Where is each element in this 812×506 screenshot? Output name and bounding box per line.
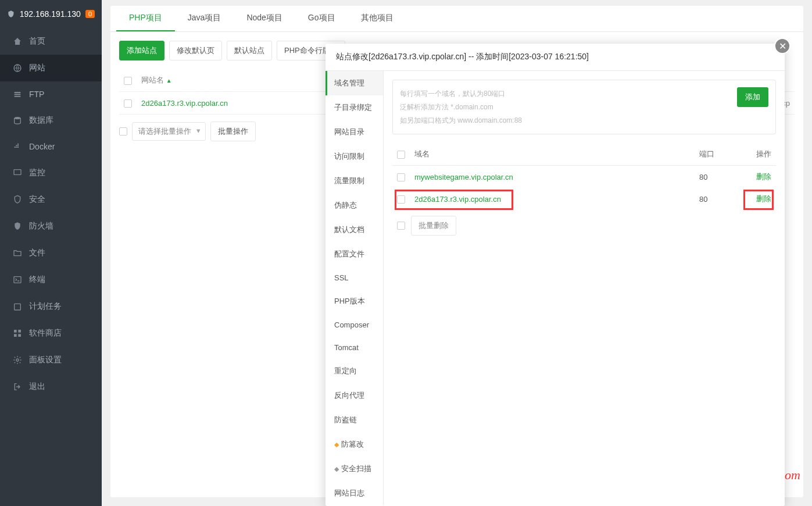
row-checkbox[interactable]	[124, 99, 132, 108]
sidebar: 192.168.191.130 0 首页网站FTP数据库Docker监控安全防火…	[0, 0, 102, 506]
terminal-icon	[13, 275, 22, 284]
modal-nav-SSL[interactable]: SSL	[325, 266, 383, 289]
server-ip: 192.168.191.130	[20, 9, 81, 19]
sidebar-item-apps[interactable]: 软件商店	[0, 320, 102, 347]
modal-nav-流量限制[interactable]: 流量限制	[325, 169, 383, 193]
tab-Node项目[interactable]: Node项目	[234, 6, 295, 31]
modal-nav-防篡改[interactable]: ◆防篡改	[325, 432, 383, 457]
sidebar-item-logout[interactable]: 退出	[0, 373, 102, 400]
modal-nav-网站日志[interactable]: 网站日志	[325, 481, 383, 505]
monitor-icon	[13, 168, 22, 177]
domain-input-hints: 每行填写一个域名，默认为80端口 泛解析添加方法 *.domain.com 如另…	[400, 87, 522, 127]
site-name-link[interactable]: 2d26a173.r3.vip.cpolar.cn	[141, 99, 228, 108]
modal-nav-防盗链[interactable]: 防盗链	[325, 408, 383, 432]
svg-rect-6	[18, 330, 21, 333]
sort-asc-icon: ▲	[166, 77, 172, 84]
sidebar-item-label: 监控	[29, 168, 45, 178]
domain-input-box: 每行填写一个域名，默认为80端口 泛解析添加方法 *.domain.com 如另…	[392, 80, 776, 134]
sidebar-item-shield[interactable]: 安全	[0, 186, 102, 213]
project-tabs: PHP项目Java项目Node项目Go项目其他项目	[110, 6, 803, 32]
settings-icon	[13, 355, 22, 365]
modal-nav-子目录绑定[interactable]: 子目录绑定	[325, 95, 383, 120]
apps-icon	[13, 329, 22, 338]
batch-delete-checkbox[interactable]	[397, 222, 405, 230]
modal-nav-重定向[interactable]: 重定向	[325, 359, 383, 383]
schedule-icon	[13, 302, 22, 311]
default-site-button[interactable]: 默认站点	[227, 41, 272, 60]
modal-nav-安全扫描[interactable]: ◆安全扫描	[325, 457, 383, 481]
tab-其他项目[interactable]: 其他项目	[348, 6, 406, 31]
sidebar-item-label: 终端	[29, 275, 45, 285]
edit-default-page-button[interactable]: 修改默认页	[169, 41, 222, 60]
sidebar-item-label: 面板设置	[29, 355, 62, 365]
tab-PHP项目[interactable]: PHP项目	[116, 6, 175, 31]
sidebar-item-monitor[interactable]: 监控	[0, 159, 102, 186]
batch-checkbox[interactable]	[119, 127, 127, 136]
sidebar-item-ftp[interactable]: FTP	[0, 81, 102, 107]
notification-badge[interactable]: 0	[85, 10, 95, 18]
column-domain: 域名	[410, 143, 695, 166]
delete-link[interactable]: 删除	[756, 194, 771, 203]
home-icon	[13, 37, 22, 46]
modal-nav-反向代理[interactable]: 反向代理	[325, 383, 383, 408]
column-port: 端口	[695, 143, 741, 166]
database-icon	[13, 116, 22, 125]
delete-link[interactable]: 删除	[756, 172, 771, 181]
svg-rect-7	[14, 334, 17, 337]
modal-nav-域名管理[interactable]: 域名管理	[325, 71, 383, 95]
globe-icon	[13, 63, 22, 73]
domain-row-checkbox[interactable]	[397, 173, 405, 181]
domain-row: mywebsitegame.vip.cpolar.cn 80 删除	[392, 166, 776, 188]
domain-port: 80	[695, 166, 741, 188]
sidebar-item-globe[interactable]: 网站	[0, 55, 102, 81]
tab-Java项目[interactable]: Java项目	[175, 6, 234, 31]
column-action: 操作	[741, 143, 776, 166]
domain-row-checkbox[interactable]	[397, 195, 405, 204]
diamond-icon: ◆	[334, 465, 339, 473]
sidebar-item-settings[interactable]: 面板设置	[0, 347, 102, 373]
logout-icon	[13, 382, 22, 391]
modal-nav-访问限制[interactable]: 访问限制	[325, 144, 383, 169]
domain-select-all[interactable]	[397, 151, 405, 159]
modal-nav-Composer[interactable]: Composer	[325, 313, 383, 336]
sidebar-item-label: 计划任务	[29, 301, 62, 312]
domain-link[interactable]: mywebsitegame.vip.cpolar.cn	[414, 173, 513, 181]
sidebar-item-firewall[interactable]: 防火墙	[0, 213, 102, 240]
modal-nav-网站目录[interactable]: 网站目录	[325, 120, 383, 144]
domain-link[interactable]: 2d26a173.r3.vip.cpolar.cn	[414, 195, 501, 204]
sidebar-item-schedule[interactable]: 计划任务	[0, 293, 102, 320]
sidebar-item-label: 防火墙	[29, 221, 53, 231]
modal-nav-Tomcat[interactable]: Tomcat	[325, 336, 383, 359]
select-all-checkbox[interactable]	[124, 77, 132, 85]
svg-rect-3	[14, 277, 21, 283]
modal-nav-配置文件[interactable]: 配置文件	[325, 242, 383, 266]
sidebar-item-home[interactable]: 首页	[0, 28, 102, 55]
modal-content: 每行填写一个域名，默认为80端口 泛解析添加方法 *.domain.com 如另…	[384, 71, 785, 505]
modal-nav-PHP版本[interactable]: PHP版本	[325, 289, 383, 313]
sidebar-item-label: 文件	[29, 248, 45, 258]
batch-action-button[interactable]: 批量操作	[210, 122, 256, 141]
sidebar-item-database[interactable]: 数据库	[0, 107, 102, 134]
batch-select[interactable]: 请选择批量操作	[132, 122, 206, 141]
sidebar-item-folder[interactable]: 文件	[0, 240, 102, 266]
modal-nav: 域名管理子目录绑定网站目录访问限制流量限制伪静态默认文档配置文件SSLPHP版本…	[325, 71, 384, 505]
modal-nav-默认文档[interactable]: 默认文档	[325, 218, 383, 242]
firewall-icon	[13, 222, 22, 231]
sidebar-item-label: 安全	[29, 194, 45, 205]
sidebar-item-terminal[interactable]: 终端	[0, 266, 102, 293]
modal-title: 站点修改[2d26a173.r3.vip.cpolar.cn] -- 添加时间[…	[325, 44, 785, 71]
add-site-button[interactable]: 添加站点	[119, 41, 164, 60]
modal-nav-伪静态[interactable]: 伪静态	[325, 193, 383, 218]
domain-row: 2d26a173.r3.vip.cpolar.cn 80 删除	[392, 188, 776, 210]
diamond-icon: ◆	[334, 441, 339, 448]
tab-Go项目[interactable]: Go项目	[295, 6, 348, 31]
sidebar-item-label: 软件商店	[29, 328, 62, 338]
add-domain-button[interactable]: 添加	[737, 87, 768, 107]
batch-delete-button[interactable]: 批量删除	[411, 216, 456, 236]
shield-icon	[7, 9, 15, 19]
domain-table: 域名 端口 操作 mywebsitegame.vip.cpolar.cn 80 …	[392, 143, 776, 210]
sidebar-item-label: 数据库	[29, 115, 53, 126]
sidebar-item-docker[interactable]: Docker	[0, 134, 102, 159]
sidebar-item-label: 网站	[29, 63, 45, 73]
site-edit-modal: ✕ 站点修改[2d26a173.r3.vip.cpolar.cn] -- 添加时…	[325, 44, 785, 506]
